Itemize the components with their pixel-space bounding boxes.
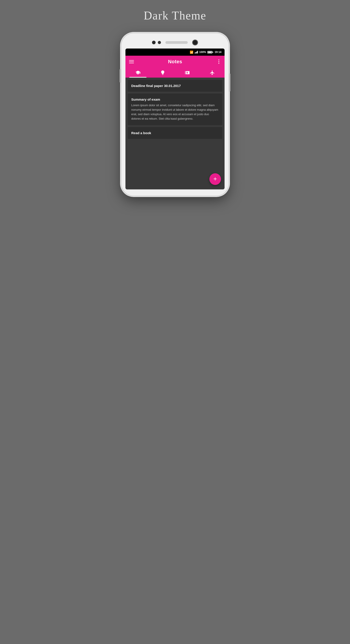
- graduation-cap-icon: [135, 70, 141, 75]
- phone-screen: 📶 100%: [126, 48, 224, 190]
- signal-bar-1: [195, 52, 195, 54]
- status-time: 19:14: [214, 50, 221, 54]
- note-card-2[interactable]: Summary of exam Lorem ipsum dolor sit am…: [128, 94, 222, 125]
- fab-add-button[interactable]: +: [209, 173, 221, 185]
- page-wrapper: Dark Theme 📶: [113, 9, 237, 196]
- battery-icon: [207, 51, 213, 54]
- note-title-2: Summary of exam: [131, 98, 219, 101]
- app-bar-title: Notes: [168, 59, 182, 64]
- note-card-1[interactable]: Deadline final paper 30.01.2017: [128, 80, 222, 92]
- tab-bar: [126, 68, 224, 78]
- camera-dot-2: [158, 41, 161, 44]
- power-button: [229, 74, 230, 92]
- note-title-1: Deadline final paper 30.01.2017: [131, 84, 219, 88]
- tab-travel[interactable]: [200, 70, 224, 78]
- battery-fill: [208, 52, 212, 53]
- status-icons: 📶 100%: [190, 50, 221, 54]
- note-card-3[interactable]: Read a book: [128, 127, 222, 139]
- dollar-sign-icon: [185, 70, 190, 75]
- signal-bar-2: [195, 52, 196, 54]
- battery-tip: [212, 52, 213, 53]
- page-heading: Dark Theme: [144, 9, 206, 22]
- volume-button: [120, 69, 121, 82]
- hamburger-menu-button[interactable]: [129, 60, 134, 63]
- signal-bars-icon: [195, 51, 198, 54]
- camera-dot-1: [152, 41, 156, 44]
- hamburger-line-3: [129, 63, 134, 63]
- content-area: Deadline final paper 30.01.2017 Summary …: [126, 78, 224, 190]
- front-cameras: [152, 41, 161, 44]
- wifi-icon: 📶: [190, 50, 193, 54]
- lightbulb-icon: [160, 70, 166, 75]
- note-body-2: Lorem ipsum dolor sit amet, consetetur s…: [131, 103, 219, 121]
- airplane-icon: [210, 70, 215, 75]
- phone-shell: 📶 100%: [121, 33, 229, 196]
- hamburger-line-2: [129, 62, 134, 62]
- status-bar: 📶 100%: [126, 48, 224, 56]
- fab-plus-icon: +: [213, 176, 217, 182]
- note-title-3: Read a book: [131, 131, 219, 135]
- phone-top-bar: [126, 40, 224, 46]
- more-options-button[interactable]: ⋮: [216, 59, 221, 64]
- battery-percent: 100%: [199, 50, 206, 54]
- speaker-bar: [166, 41, 188, 44]
- app-bar: Notes ⋮: [126, 56, 224, 68]
- hamburger-line-1: [129, 60, 134, 60]
- front-camera-main: [192, 40, 198, 46]
- signal-bar-4: [197, 51, 198, 54]
- tab-money[interactable]: [175, 70, 200, 78]
- signal-bar-3: [196, 52, 197, 54]
- tab-ideas[interactable]: [150, 70, 175, 78]
- battery-body: [207, 51, 212, 54]
- tab-education[interactable]: [126, 70, 150, 78]
